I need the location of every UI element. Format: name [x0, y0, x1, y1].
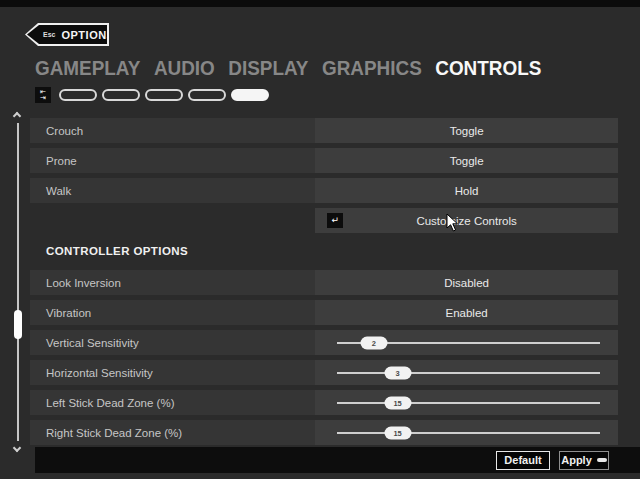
setting-label: Vertical Sensitivity	[30, 330, 315, 355]
tab-display[interactable]: DISPLAY	[228, 56, 308, 80]
slider-handle[interactable]: 15	[384, 396, 411, 409]
setting-row-vibration: Vibration Enabled	[30, 300, 618, 325]
return-key-icon: ↵	[327, 213, 343, 228]
setting-row-customize-controls: ↵ Customize Controls	[30, 208, 618, 233]
customize-controls-label: Customize Controls	[416, 215, 516, 227]
footer-bar: Default Apply	[35, 447, 640, 473]
vertical-scrollbar[interactable]	[12, 113, 24, 451]
top-black-strip	[0, 0, 640, 7]
options-back-button[interactable]: Esc OPTIONS	[25, 23, 109, 46]
slider-track[interactable]: 3	[337, 372, 600, 374]
scroll-down-icon[interactable]	[13, 444, 21, 452]
scroll-up-icon[interactable]	[13, 112, 21, 120]
pager-pill-4[interactable]	[188, 89, 226, 101]
default-button[interactable]: Default	[496, 451, 550, 470]
slider-track[interactable]: 15	[337, 432, 600, 434]
setting-row-prone: Prone Toggle	[30, 148, 618, 173]
customize-controls-button[interactable]: ↵ Customize Controls	[315, 208, 618, 233]
setting-label: Right Stick Dead Zone (%)	[30, 420, 315, 445]
setting-row-left-stick-dead-zone: Left Stick Dead Zone (%) 15	[30, 390, 618, 415]
slider-handle[interactable]: 15	[384, 426, 411, 439]
pager-pill-3[interactable]	[145, 89, 183, 101]
tab-pager: ⇤⇥	[35, 87, 269, 103]
slider-handle[interactable]: 2	[360, 336, 387, 349]
setting-value-selector[interactable]: Disabled	[315, 270, 618, 295]
tab-controls[interactable]: CONTROLS	[435, 56, 541, 80]
settings-list: Crouch Toggle Prone Toggle Walk Hold ↵ C…	[30, 118, 618, 450]
setting-row-right-stick-dead-zone: Right Stick Dead Zone (%) 15	[30, 420, 618, 445]
controller-options-header: CONTROLLER OPTIONS	[30, 238, 618, 270]
setting-label: Horizontal Sensitivity	[30, 360, 315, 385]
setting-value-selector[interactable]: Enabled	[315, 300, 618, 325]
setting-row-walk: Walk Hold	[30, 178, 618, 203]
slider-track[interactable]: 2	[337, 342, 600, 344]
tab-key-icon: ⇤⇥	[35, 87, 51, 103]
setting-value-selector[interactable]: Toggle	[315, 118, 618, 143]
scrollbar-thumb[interactable]	[14, 310, 22, 339]
setting-label: Look Inversion	[30, 270, 315, 295]
tab-audio[interactable]: AUDIO	[154, 56, 215, 80]
slider-right-stick-dead-zone[interactable]: 15	[315, 420, 618, 445]
setting-row-look-inversion: Look Inversion Disabled	[30, 270, 618, 295]
tab-gameplay[interactable]: GAMEPLAY	[35, 56, 140, 80]
scrollbar-track	[17, 123, 19, 441]
options-back-button-inner: Esc OPTIONS	[27, 25, 107, 44]
setting-row-vertical-sensitivity: Vertical Sensitivity 2	[30, 330, 618, 355]
apply-button[interactable]: Apply	[559, 451, 609, 470]
esc-key-label: Esc	[43, 31, 55, 38]
slider-horizontal-sensitivity[interactable]: 3	[315, 360, 618, 385]
slider-track[interactable]: 15	[337, 402, 600, 404]
spacebar-key-icon	[597, 458, 607, 462]
setting-value-selector[interactable]: Toggle	[315, 148, 618, 173]
setting-row-horizontal-sensitivity: Horizontal Sensitivity 3	[30, 360, 618, 385]
apply-button-label: Apply	[561, 454, 592, 466]
slider-left-stick-dead-zone[interactable]: 15	[315, 390, 618, 415]
pager-pill-5-active[interactable]	[231, 89, 269, 101]
options-tab-bar: GAMEPLAY AUDIO DISPLAY GRAPHICS CONTROLS	[35, 56, 541, 80]
spacer	[30, 208, 315, 233]
slider-vertical-sensitivity[interactable]: 2	[315, 330, 618, 355]
setting-row-crouch: Crouch Toggle	[30, 118, 618, 143]
setting-label: Prone	[30, 148, 315, 173]
options-label: OPTIONS	[61, 29, 114, 41]
tab-graphics[interactable]: GRAPHICS	[322, 56, 422, 80]
pager-pill-2[interactable]	[102, 89, 140, 101]
setting-value-selector[interactable]: Hold	[315, 178, 618, 203]
slider-handle[interactable]: 3	[384, 366, 411, 379]
pager-pill-1[interactable]	[59, 89, 97, 101]
setting-label: Walk	[30, 178, 315, 203]
setting-label: Crouch	[30, 118, 315, 143]
setting-label: Left Stick Dead Zone (%)	[30, 390, 315, 415]
setting-label: Vibration	[30, 300, 315, 325]
